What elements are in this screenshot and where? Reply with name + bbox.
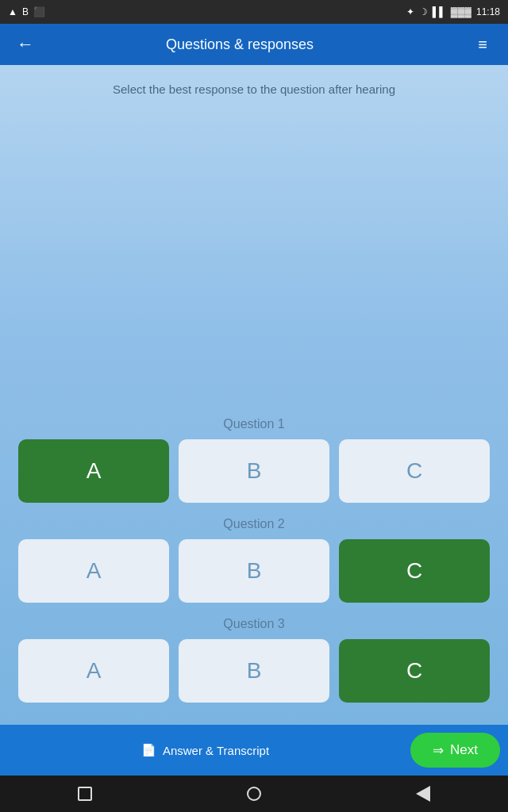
q3-answer-c[interactable]: C	[339, 639, 490, 703]
question-2-label: Question 2	[223, 517, 284, 531]
question-1-block: Question 1 A B C	[16, 417, 492, 503]
answer-transcript-button[interactable]: 📄 Answer & Transcript	[8, 733, 402, 768]
status-bar: ▲ B ⬛ ✦ ☽ ▌▌ ▓▓▓ 11:18	[0, 0, 508, 24]
nav-bar: ← Questions & responses ≡	[0, 24, 508, 65]
q1-answer-a[interactable]: A	[18, 439, 169, 503]
next-icon: ⇒	[433, 742, 444, 759]
android-back-button[interactable]	[416, 786, 430, 802]
signal-icon: ▲	[8, 6, 17, 17]
next-label: Next	[450, 742, 478, 758]
bluetooth-icon: ⬛	[33, 6, 45, 17]
bluetooth-status-icon: ✦	[406, 6, 414, 17]
answer-transcript-icon: 📄	[141, 743, 156, 757]
instruction-text: Select the best response to the question…	[113, 81, 395, 98]
status-left: ▲ B ⬛	[8, 6, 45, 17]
q3-answer-a[interactable]: A	[18, 639, 169, 703]
question-3-label: Question 3	[223, 617, 284, 631]
main-content: Select the best response to the question…	[0, 65, 508, 725]
status-right: ✦ ☽ ▌▌ ▓▓▓ 11:18	[406, 6, 500, 17]
nav-title: Questions & responses	[11, 36, 468, 53]
q2-answer-c[interactable]: C	[339, 539, 490, 603]
q1-answer-b[interactable]: B	[179, 439, 329, 503]
menu-button[interactable]: ≡	[468, 36, 497, 54]
android-recents-button[interactable]	[78, 787, 92, 801]
signal-strength-icon: ▌▌	[433, 6, 446, 17]
questions-container: Question 1 A B C Question 2 A B C Questi…	[16, 417, 492, 717]
q3-answer-b[interactable]: B	[179, 639, 329, 703]
next-button[interactable]: ⇒ Next	[410, 733, 500, 768]
wifi-icon: B	[22, 6, 29, 17]
question-3-block: Question 3 A B C	[16, 617, 492, 703]
question-2-block: Question 2 A B C	[16, 517, 492, 603]
android-home-button[interactable]	[247, 787, 261, 801]
question-1-label: Question 1	[223, 417, 284, 431]
answer-transcript-label: Answer & Transcript	[163, 744, 269, 757]
q1-answer-c[interactable]: C	[339, 439, 490, 503]
q2-answer-a[interactable]: A	[18, 539, 169, 603]
q2-answer-b[interactable]: B	[179, 539, 329, 603]
question-2-answers: A B C	[16, 539, 492, 603]
moon-icon: ☽	[419, 6, 428, 17]
question-3-answers: A B C	[16, 639, 492, 703]
question-1-answers: A B C	[16, 439, 492, 503]
android-nav-bar	[0, 776, 508, 812]
battery-icon: ▓▓▓	[451, 6, 471, 17]
bottom-bar: 📄 Answer & Transcript ⇒ Next	[0, 725, 508, 776]
clock: 11:18	[476, 6, 500, 17]
